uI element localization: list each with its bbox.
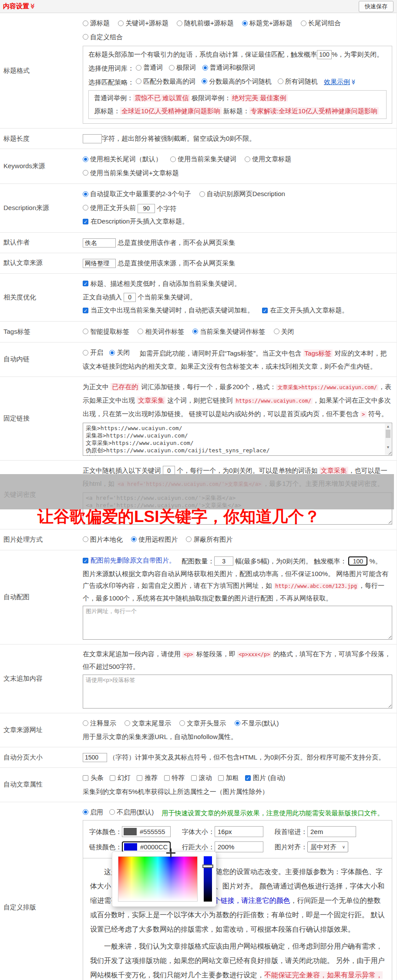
- checkbox-insert-title-at-start[interactable]: 在正文开头插入文章标题。: [262, 304, 348, 317]
- font-color-field[interactable]: #555555: [122, 826, 171, 837]
- radio-icon: [199, 191, 205, 197]
- keyword-density-textarea[interactable]: <a href='https://www.ucaiyun.com/'>采集器</…: [83, 492, 392, 525]
- text-fragment: 配图数量：: [182, 557, 214, 565]
- radio-source-title[interactable]: 源标题: [83, 17, 110, 30]
- radio-clickbait-source-title[interactable]: 标题党+源标题: [242, 17, 293, 30]
- radio-tags-smart[interactable]: 智能提取标签: [83, 325, 129, 338]
- append-content-textarea[interactable]: 请使用<p>段落标签: [83, 675, 392, 709]
- radio-img-block-all[interactable]: 屏蔽所有图片: [186, 533, 232, 546]
- image-trigger-probability-input[interactable]: [348, 556, 367, 566]
- row-title-length: 标题长度 字符，超出部分将被强制截断。留空或设为0则不限。: [0, 128, 397, 149]
- title-length-input[interactable]: [83, 134, 102, 143]
- link-color-swatch[interactable]: [124, 843, 137, 851]
- insert-keyword-count-input[interactable]: [124, 293, 136, 302]
- radio-lib-extreme[interactable]: 极限词: [169, 61, 196, 74]
- code-snippet: <p>xxx</p>: [237, 651, 271, 658]
- row-relevance-optimization: 相关度优化 标题、描述相关度低时，自动添加当前采集关键词。 正文自动插入 个当前…: [0, 273, 397, 321]
- checkbox-attr-headline[interactable]: 头条: [83, 771, 104, 784]
- hue-slider-handle[interactable]: [202, 865, 213, 868]
- radio-srcurl-end[interactable]: 文章末尾显示: [124, 717, 171, 730]
- radio-lib-normal[interactable]: 普通词: [136, 61, 163, 74]
- content-settings-page: 内容设置≫ 快速保存 标题格式 源标题 关键词+源标题 随机前缀+源标题 标题党…: [0, 0, 397, 980]
- checkbox-attr-recommend[interactable]: 推荐: [137, 771, 158, 784]
- textarea-scrollbar[interactable]: ▲ ▼: [385, 424, 391, 455]
- code-snippet: <p>: [182, 651, 195, 658]
- radio-desc-first-chars[interactable]: 使用正文开头前 个字符: [83, 201, 392, 215]
- radio-keyword-source-title[interactable]: 关键词+源标题: [118, 17, 168, 30]
- radio-innerlink-off[interactable]: 关闭: [109, 346, 130, 359]
- font-size-input[interactable]: [215, 826, 263, 837]
- radio-tags-related[interactable]: 相关词作标签: [138, 325, 184, 338]
- radio-lib-both[interactable]: 普通词和极限词: [202, 61, 256, 74]
- picker-crosshair-icon[interactable]: [166, 848, 175, 858]
- radio-desc-original[interactable]: 自动识别原网页Description: [199, 187, 285, 200]
- checkbox-attr-scroll[interactable]: 滚动: [191, 771, 212, 784]
- scroll-up-icon[interactable]: ▲: [385, 424, 391, 429]
- image-align-select[interactable]: 居中对齐∨: [307, 841, 348, 852]
- default-source-input[interactable]: [83, 259, 116, 268]
- checkbox-bold-keywords[interactable]: 当正文中出现当前采集关键词时，自动把该关键词加粗。: [83, 304, 254, 317]
- row-auto-innerlink: 自动内链 开启 关闭 如需开启此功能，请同时开启“Tags标签”。当正文中包含 …: [0, 342, 397, 376]
- keyword-density-count-input[interactable]: [163, 466, 175, 475]
- link-color-field[interactable]: #0000CC: [122, 841, 171, 852]
- radio-srcurl-comment[interactable]: 注释显示: [83, 717, 116, 730]
- textarea-line: 文章采集>https://www.ucaiyun.com/: [86, 439, 383, 447]
- image-count-input[interactable]: [214, 556, 233, 566]
- radio-tags-off[interactable]: 关闭: [274, 325, 294, 338]
- radio-label: 屏蔽所有图片: [193, 533, 232, 546]
- radio-kw-current-plus-title[interactable]: 使用当前采集关键词+文章标题: [83, 166, 179, 180]
- line-height-input[interactable]: [215, 841, 263, 852]
- radio-kw-article-title[interactable]: 使用文章标题: [245, 153, 291, 166]
- scroll-down-icon[interactable]: ▼: [385, 444, 391, 450]
- checkbox-attr-featured[interactable]: 特荐: [164, 771, 185, 784]
- resize-grip-icon[interactable]: [387, 703, 391, 708]
- radio-strategy-all-random[interactable]: 所有词随机: [278, 75, 318, 88]
- fixed-links-textarea[interactable]: 采集>https://www.ucaiyun.com/ 采集器>https://…: [83, 423, 392, 456]
- radio-layout-enable[interactable]: 启用: [83, 806, 103, 819]
- checkbox-icon-checked: [83, 558, 88, 563]
- radio-custom-combo[interactable]: 自定义组合: [83, 31, 123, 44]
- checkbox-attr-slide[interactable]: 幻灯: [110, 771, 131, 784]
- radio-label: 使用远程图片: [138, 533, 178, 546]
- checkbox-attr-bold[interactable]: 加粗: [218, 771, 239, 784]
- textarea-placeholder: 图片网址，每行一个: [86, 607, 383, 615]
- checkbox-attr-image-auto[interactable]: 图片 (自动): [245, 771, 285, 784]
- checkbox-desc-insert-title[interactable]: 在Description开头插入文章标题。: [83, 215, 188, 228]
- checkbox-add-keywords-low-relevance[interactable]: 标题、描述相关度低时，自动添加当前采集关键词。: [83, 277, 241, 290]
- text-fragment: 这个词，则把它链接到: [167, 397, 232, 404]
- checkbox-label: 特荐: [172, 771, 185, 784]
- radio-tags-current-keywords[interactable]: 当前采集关键词作标签: [192, 325, 265, 338]
- saturation-panel[interactable]: [118, 856, 198, 902]
- radio-label: 当前采集关键词作标签: [200, 325, 265, 338]
- quick-save-button[interactable]: 快速保存: [359, 1, 394, 12]
- radio-img-localize[interactable]: 图片本地化: [83, 533, 123, 546]
- font-color-swatch[interactable]: [124, 828, 137, 835]
- default-author-input[interactable]: [83, 238, 116, 248]
- radio-srcurl-hide[interactable]: 不显示(默认): [235, 717, 279, 730]
- title-trigger-probability-input[interactable]: [317, 50, 332, 59]
- radio-kw-longtail[interactable]: 使用相关长尾词（默认）: [83, 153, 162, 166]
- radio-strategy-highest[interactable]: 匹配分数最高的词: [136, 75, 195, 88]
- hue-slider[interactable]: [204, 856, 212, 902]
- scrollbar-thumb[interactable]: [386, 430, 390, 438]
- checkbox-remove-original-images[interactable]: 配图前先删除原文自带图片。: [83, 554, 175, 567]
- radio-kw-current[interactable]: 使用当前采集关键词: [170, 153, 236, 166]
- radio-desc-auto-extract[interactable]: 自动提取正文中最重要的2-3个句子: [83, 187, 191, 200]
- page-title[interactable]: 内容设置≫: [3, 2, 36, 10]
- effect-demo-link[interactable]: 效果示例≫: [324, 78, 357, 85]
- radio-longtail-combo[interactable]: 长尾词组合: [301, 17, 341, 30]
- radio-innerlink-on[interactable]: 开启: [83, 346, 103, 359]
- image-url-textarea[interactable]: 图片网址，每行一个: [83, 606, 392, 640]
- resize-grip-icon[interactable]: [387, 519, 391, 524]
- radio-label: 注释显示: [90, 717, 116, 730]
- paging-size-input[interactable]: [83, 753, 107, 762]
- radio-layout-disable[interactable]: 不启用(默认): [109, 806, 154, 819]
- indent-input[interactable]: [307, 826, 356, 837]
- radio-img-remote[interactable]: 使用远程图片: [131, 533, 178, 546]
- resize-grip-icon[interactable]: [387, 634, 391, 639]
- radio-srcurl-start[interactable]: 文章开头显示: [179, 717, 226, 730]
- radio-strategy-top5-random[interactable]: 分数最高的5个词随机: [202, 75, 271, 88]
- radio-label: 自动识别原网页Description: [207, 187, 285, 200]
- radio-prefix-source-title[interactable]: 随机前缀+源标题: [177, 17, 234, 30]
- desc-char-count-input[interactable]: [138, 204, 155, 213]
